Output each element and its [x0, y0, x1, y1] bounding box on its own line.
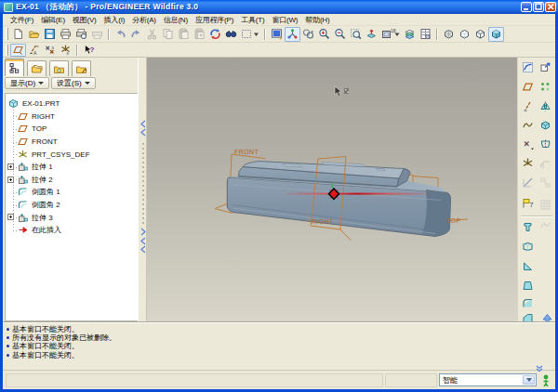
shell-tool-button[interactable]	[520, 239, 536, 254]
navigator-tab-model-tree[interactable]	[5, 59, 24, 76]
menu-i[interactable]: 插入(I)	[100, 15, 129, 25]
round-tool-button[interactable]	[520, 295, 536, 310]
wireframe-button[interactable]	[441, 27, 457, 42]
print-button[interactable]	[58, 27, 73, 42]
menu-n[interactable]: 信息(N)	[160, 15, 192, 25]
right-datum-label[interactable]: RIGHT	[312, 218, 334, 225]
datum-point-tool-button[interactable]	[520, 137, 536, 151]
title-bar[interactable]: EX-01 （活动的） - Pro/ENGINEER Wildfire 3.0	[0, 0, 558, 14]
tree-expander-icon[interactable]	[7, 163, 14, 170]
hidden-line-button[interactable]	[457, 27, 472, 42]
tree-node-2[interactable]: 拉伸 2	[6, 174, 138, 187]
warp-tool-button	[538, 217, 553, 232]
message-collapse-chevron[interactable]	[535, 365, 544, 372]
top-datum-label[interactable]: TOP	[446, 217, 460, 224]
navigator-tab-folder-browser[interactable]	[27, 60, 46, 76]
menu-t[interactable]: 工具(T)	[237, 15, 268, 25]
graphics-viewport[interactable]: FRONT TOP RIGHT	[147, 58, 517, 321]
context-help-button[interactable]: ?	[81, 44, 97, 57]
reorient-button[interactable]	[364, 27, 379, 42]
sketch-tool-button[interactable]	[520, 59, 536, 74]
close-button[interactable]	[545, 2, 556, 12]
menu-h[interactable]: 帮助(H)	[301, 15, 333, 25]
menu-w[interactable]: 窗口(W)	[268, 15, 301, 25]
menu-f[interactable]: 文件(F)	[7, 15, 37, 25]
tree-node-top[interactable]: TOP	[6, 123, 138, 136]
tree-node-[interactable]: 在此插入	[6, 224, 138, 237]
selection-filter-combo[interactable]: 智能	[439, 373, 537, 386]
refit-button[interactable]	[348, 27, 364, 42]
toolbar-grip[interactable]	[6, 45, 8, 56]
show-dropdown-button[interactable]: 显示(D)	[5, 77, 49, 89]
spin-center-button[interactable]	[285, 27, 300, 42]
settings-dropdown-button[interactable]: 设置(S)	[51, 77, 96, 89]
tree-node-1[interactable]: 倒圆角 1	[6, 186, 138, 199]
tree-expander-icon[interactable]	[7, 176, 14, 183]
datum-curve-tool-button[interactable]	[520, 117, 536, 132]
tree-node-front[interactable]: FRONT	[6, 136, 138, 149]
navigator-tab-connections[interactable]	[72, 60, 91, 76]
menu-e[interactable]: 编辑(E)	[37, 15, 69, 25]
zoom-out-button[interactable]	[332, 27, 348, 42]
datum-csys-tool-button[interactable]	[520, 155, 536, 170]
user-status-icon[interactable]	[540, 373, 551, 387]
point-display-button[interactable]: x	[42, 44, 58, 57]
toolbar-grip[interactable]	[6, 28, 8, 41]
menu-p[interactable]: 应用程序(P)	[192, 15, 237, 25]
print-preview-button[interactable]	[73, 27, 89, 42]
selection-filter-button[interactable]	[239, 27, 261, 42]
orient-mode-button[interactable]	[300, 27, 316, 42]
undo-button[interactable]	[113, 27, 128, 42]
save-button[interactable]	[42, 27, 58, 42]
tree-node-1[interactable]: 拉伸 1	[6, 161, 138, 174]
annotation-tool-button[interactable]: 7	[520, 195, 536, 210]
datum-plane-tool-button[interactable]	[520, 79, 536, 94]
view-manager-button[interactable]	[418, 27, 433, 42]
plane-display-button[interactable]	[10, 44, 26, 57]
new-button[interactable]	[10, 27, 26, 42]
copy-geometry-button[interactable]	[538, 59, 553, 74]
menu-a[interactable]: 分析(A)	[128, 15, 160, 25]
rib-tool-button[interactable]	[520, 258, 536, 273]
navigator-tab-favorites[interactable]	[49, 60, 69, 76]
tree-node-right[interactable]: RIGHT	[6, 111, 138, 124]
mirror-tool-button[interactable]	[538, 98, 553, 113]
axis-display-button[interactable]: A	[26, 44, 42, 57]
datum-axis-tool-button[interactable]	[520, 98, 536, 113]
tree-node-prt-csys-def[interactable]: PRT_CSYS_DEF	[6, 148, 138, 161]
datum-plane-icon	[18, 124, 29, 134]
tree-node-3[interactable]: 拉伸 3	[6, 211, 138, 224]
revolve-tool-button[interactable]	[538, 137, 553, 151]
csys-display-button[interactable]: x	[58, 44, 73, 57]
tree-expander-icon[interactable]	[7, 214, 14, 220]
saved-views-button[interactable]: 18	[379, 27, 402, 42]
chevron-down-icon[interactable]	[523, 375, 535, 385]
layers-button[interactable]	[402, 27, 418, 42]
redo-button[interactable]	[128, 27, 144, 42]
maximize-button[interactable]	[533, 2, 544, 12]
draft-tool-button[interactable]	[520, 278, 536, 293]
highlighted-axis[interactable]	[285, 193, 430, 195]
hole-tool-button[interactable]	[520, 219, 536, 234]
message-bullet-icon	[7, 354, 9, 357]
regenerate-button[interactable]	[207, 27, 223, 42]
window-title: EX-01 （活动的） - Pro/ENGINEER Wildfire 3.0	[16, 2, 198, 13]
front-datum-label[interactable]: FRONT	[234, 149, 259, 155]
menu-v[interactable]: 视图(V)	[69, 15, 100, 25]
zoom-in-button[interactable]	[316, 27, 332, 42]
settings-button-label: 设置(S)	[57, 78, 82, 88]
navigator-sash[interactable]	[138, 58, 147, 321]
tree-node-2[interactable]: 倒圆角 2	[6, 199, 138, 212]
extrude-tool-button[interactable]	[538, 117, 553, 132]
message-area[interactable]: 基本窗口不能关闭。所有没有显示的对象已被删除。基本窗口不能关闭。基本窗口不能关闭…	[3, 321, 555, 370]
repaint-button[interactable]	[269, 27, 285, 42]
pattern-tool-button[interactable]	[538, 79, 553, 94]
no-hidden-button[interactable]	[472, 27, 488, 42]
shaded-button[interactable]	[488, 27, 504, 42]
analysis-tool-button[interactable]	[520, 175, 536, 189]
open-button[interactable]	[26, 27, 42, 42]
find-button[interactable]	[223, 27, 239, 42]
minimize-button[interactable]	[521, 2, 532, 12]
toolbar-separator	[76, 45, 78, 56]
tree-node-ex-01-prt[interactable]: EX-01.PRT	[6, 98, 138, 111]
